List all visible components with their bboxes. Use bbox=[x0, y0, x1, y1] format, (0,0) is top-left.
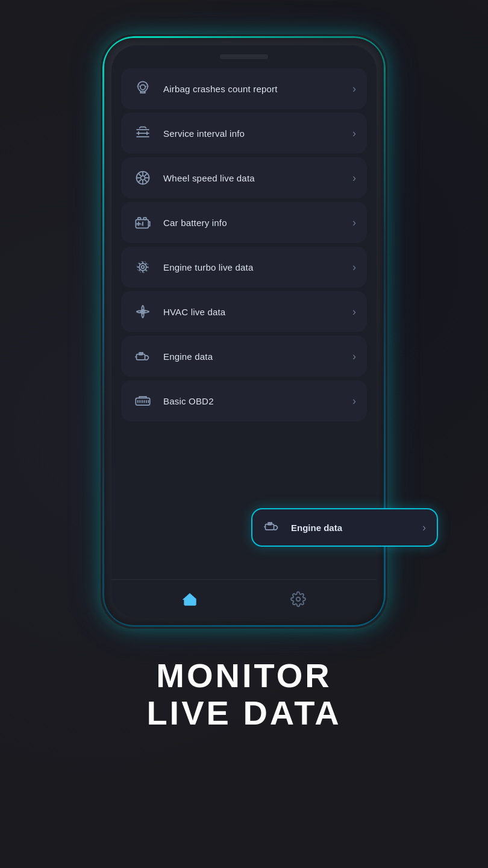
svg-line-14 bbox=[145, 180, 148, 183]
menu-label-hvac: HVAC live data bbox=[163, 307, 352, 317]
svg-rect-21 bbox=[138, 218, 141, 220]
menu-item-obd2[interactable]: Basic OBD2 › bbox=[121, 380, 367, 421]
menu-label-turbo: Engine turbo live data bbox=[163, 262, 352, 272]
menu-item-hvac[interactable]: HVAC live data › bbox=[121, 291, 367, 332]
menu-item-engine[interactable]: Engine data › bbox=[121, 336, 367, 377]
svg-point-25 bbox=[142, 266, 145, 269]
menu-item-battery[interactable]: 12V Car battery info › bbox=[121, 202, 367, 243]
hvac-icon bbox=[132, 301, 154, 322]
chevron-turbo: › bbox=[352, 261, 356, 274]
svg-line-16 bbox=[139, 180, 142, 183]
menu-label-engine: Engine data bbox=[163, 351, 352, 362]
tooltip-chevron: › bbox=[422, 521, 426, 534]
svg-line-13 bbox=[139, 174, 142, 177]
svg-point-37 bbox=[296, 597, 301, 601]
chevron-wheel: › bbox=[352, 172, 356, 184]
menu-item-service[interactable]: Service interval info › bbox=[121, 113, 367, 154]
footer-line2: LIVE DATA bbox=[146, 694, 341, 732]
engine-data-tooltip[interactable]: Engine data › bbox=[251, 508, 438, 547]
menu-label-battery: Car battery info bbox=[163, 218, 352, 228]
menu-label-obd2: Basic OBD2 bbox=[163, 396, 352, 406]
bottom-nav bbox=[111, 579, 377, 618]
battery-icon: 12V bbox=[132, 212, 154, 233]
phone-notch bbox=[111, 45, 377, 63]
menu-item-turbo[interactable]: Engine turbo live data › bbox=[121, 247, 367, 288]
chevron-battery: › bbox=[352, 216, 356, 229]
footer-line1: MONITOR bbox=[146, 657, 341, 694]
tooltip-engine-label: Engine data bbox=[291, 523, 422, 533]
wheel-icon bbox=[132, 167, 154, 189]
home-nav-button[interactable] bbox=[177, 586, 203, 612]
menu-item-airbag[interactable]: Airbag crashes count report › bbox=[121, 68, 367, 109]
svg-point-0 bbox=[140, 85, 145, 90]
menu-label-airbag: Airbag crashes count report bbox=[163, 84, 352, 94]
chevron-hvac: › bbox=[352, 306, 356, 318]
turbo-icon bbox=[132, 256, 154, 278]
svg-text:12V: 12V bbox=[136, 222, 142, 226]
tooltip-engine-icon bbox=[263, 518, 283, 537]
service-icon bbox=[132, 122, 154, 144]
notch-pill bbox=[220, 54, 268, 59]
phone-wrapper: Airbag crashes count report › bbox=[102, 36, 386, 639]
engine-icon bbox=[132, 345, 154, 367]
svg-line-15 bbox=[145, 174, 148, 177]
phone-frame: Airbag crashes count report › bbox=[102, 36, 386, 627]
menu-item-wheel[interactable]: Wheel speed live data › bbox=[121, 157, 367, 198]
menu-list: Airbag crashes count report › bbox=[111, 63, 377, 579]
airbag-icon bbox=[132, 78, 154, 99]
obd2-icon bbox=[132, 390, 154, 412]
chevron-obd2: › bbox=[352, 395, 356, 407]
chevron-airbag: › bbox=[352, 83, 356, 95]
svg-rect-22 bbox=[143, 218, 146, 220]
chevron-service: › bbox=[352, 127, 356, 140]
footer-section: MONITOR LIVE DATA bbox=[146, 657, 341, 731]
menu-label-wheel: Wheel speed live data bbox=[163, 173, 352, 183]
settings-nav-button[interactable] bbox=[285, 586, 311, 612]
svg-point-8 bbox=[141, 176, 145, 180]
chevron-engine: › bbox=[352, 350, 356, 363]
menu-label-service: Service interval info bbox=[163, 128, 352, 139]
